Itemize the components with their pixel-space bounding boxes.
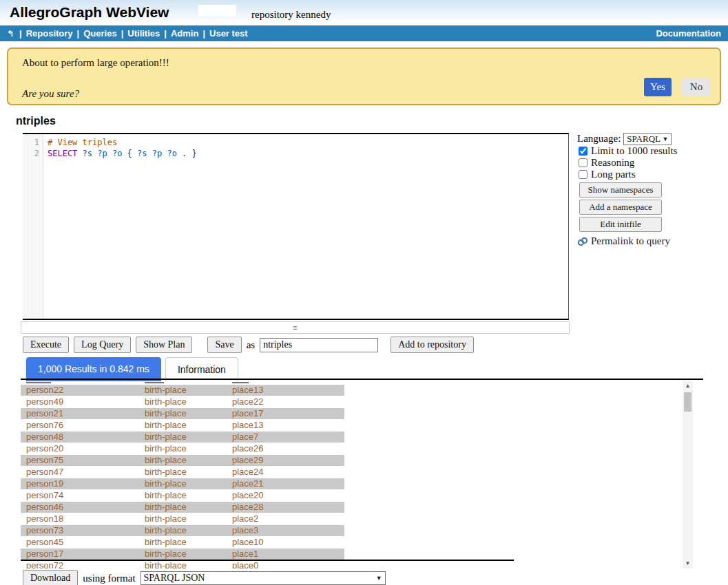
table-row: person47birth-placeplace24 [21,467,344,478]
table-cell: place28 [232,502,264,513]
repository-label: repository kennedy [251,9,331,21]
table-cell: person73 [26,525,63,536]
add-to-repository-button[interactable]: Add to repository [391,337,474,353]
scroll-up-icon[interactable]: ▲ [683,381,693,391]
show-plan-button[interactable]: Show Plan [136,337,192,353]
scroll-down-icon[interactable]: ▼ [683,559,693,568]
table-row: person20birth-placeplace26 [21,443,344,455]
page: { "header": { "title": "AllegroGraph Web… [0,0,728,585]
format-select[interactable]: SPARQL JSON ▼ [141,571,386,585]
results-table: person22birth-placeplace13person49birth-… [21,385,344,568]
permalink-link[interactable]: Permalink to query [577,235,726,247]
table-cell: place17 [232,408,264,419]
results-scrollbar[interactable]: ▲ ▼ [683,381,693,568]
table-cell: birth-place [145,478,187,489]
tab-results[interactable]: 1,000 Results in 0.842 ms [26,357,161,381]
table-cell: place29 [232,455,264,466]
nav-separator: | [77,28,80,39]
table-cell: person47 [26,467,63,478]
table-cell: birth-place [145,502,187,513]
download-button[interactable]: Download [23,570,78,585]
header: AllegroGraph WebView repository kennedy [0,0,728,25]
checkbox-label: Reasoning [591,157,634,169]
code-token: ?s ?p ?o [77,149,127,158]
option-button-edit-initfile[interactable]: Edit initfile [579,217,662,232]
log-query-button[interactable]: Log Query [74,337,131,353]
table-cell: person74 [26,490,63,501]
tab-information[interactable]: Information [165,357,238,381]
as-label: as [247,339,256,351]
table-cell: place0 [232,560,258,568]
table-cell: person22 [26,385,63,396]
nav-item-queries[interactable]: Queries [83,28,116,39]
chevron-down-icon: ▼ [662,134,668,145]
table-row: person22birth-placeplace13 [21,385,344,396]
permalink-label: Permalink to query [591,235,670,247]
query-name-heading: ntriples [16,115,56,127]
table-cell: birth-place [145,467,187,478]
table-cell: place1 [232,549,258,560]
alert-message: About to perform large operation!!! [22,57,169,69]
table-cell: place21 [232,478,264,489]
nav-items: |Repository|Queries|Utilities|Admin|User… [15,28,248,39]
nav-item-repository[interactable]: Repository [26,28,73,39]
nav-separator: | [202,28,205,39]
nav-item-utilities[interactable]: Utilities [127,28,160,39]
table-row: person45birth-placeplace10 [21,537,344,549]
table-cell: place22 [232,396,264,407]
checkbox[interactable] [579,147,587,156]
table-row: person73birth-placeplace3 [21,525,344,537]
no-button[interactable]: No [682,78,711,96]
table-row: person76birth-placeplace13 [21,420,344,432]
checkbox[interactable] [579,170,587,179]
table-cell: place7 [232,432,258,443]
checkbox[interactable] [579,158,587,167]
editor-code[interactable]: # View triplesSELECT ?s ?p ?o { ?s ?p ?o… [43,134,568,319]
yes-button[interactable]: Yes [644,78,672,96]
table-row: person49birth-placeplace22 [21,396,344,408]
confirmation-banner: About to perform large operation!!! Are … [7,47,721,105]
link-icon [577,237,588,246]
code-token: # View triples [48,138,117,147]
alert-question: Are you sure? [22,88,79,100]
execute-button[interactable]: Execute [23,337,69,353]
table-cell: person21 [26,408,63,419]
blank-box [198,5,236,17]
table-cell: birth-place [145,396,187,407]
option-button-show-namespaces[interactable]: Show namespaces [579,182,662,198]
table-row: person19birth-placeplace21 [21,478,344,490]
scrollbar-thumb[interactable] [684,392,691,412]
editor-resize-handle[interactable]: ≡ [21,321,570,334]
table-row: person46birth-placeplace28 [21,502,344,513]
option-button-add-a-namespace[interactable]: Add a namespace [579,200,662,215]
table-cell: birth-place [145,513,187,524]
query-name-input[interactable] [260,338,378,352]
option-checkbox-row[interactable]: Long parts [577,169,726,180]
nav-item-admin[interactable]: Admin [171,28,198,39]
table-cell: birth-place [145,432,187,443]
code-line: SELECT ?s ?p ?o { ?s ?p ?o . } [48,148,568,159]
table-cell: birth-place [145,549,187,560]
resize-grip-icon: ≡ [293,323,297,332]
option-checkbox-row[interactable]: Reasoning [577,157,726,169]
table-row: person74birth-placeplace20 [21,490,344,502]
nav-item-user-test[interactable]: User test [209,28,248,39]
table-cell: place13 [232,420,264,431]
results-tabs: 1,000 Results in 0.842 ms Information [26,357,238,381]
save-button[interactable]: Save [207,337,241,353]
table-cell: person19 [26,478,63,489]
language-select[interactable]: SPARQL ▼ [623,133,672,145]
table-cell: person76 [26,420,63,431]
nav-item-documentation[interactable]: Documentation [656,28,721,39]
editor-gutter: 12 [23,134,43,319]
table-cell: birth-place [145,420,187,431]
table-cell: birth-place [145,560,187,568]
table-cell: person17 [26,549,63,560]
back-arrow-icon[interactable]: ↰ [7,29,14,39]
results-panel: person22birth-placeplace13person49birth-… [21,381,693,568]
options-buttons: Show namespacesAdd a namespaceEdit initf… [577,182,726,232]
table-cell: person20 [26,443,63,454]
option-checkbox-row[interactable]: Limit to 1000 results [577,145,726,157]
query-editor[interactable]: 12 # View triplesSELECT ?s ?p ?o { ?s ?p… [23,133,569,320]
table-cell: birth-place [145,537,187,548]
